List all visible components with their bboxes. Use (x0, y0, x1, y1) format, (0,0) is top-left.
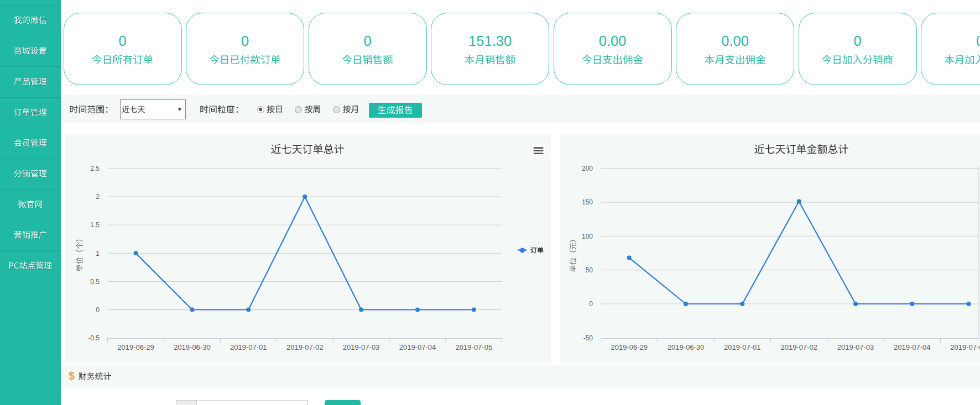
svg-text:0: 0 (96, 306, 100, 314)
svg-text:100: 100 (582, 233, 593, 240)
svg-text:50: 50 (586, 266, 593, 274)
svg-text:2019-07-04: 2019-07-04 (894, 343, 931, 351)
svg-text:2019-07-01: 2019-07-01 (724, 343, 761, 351)
svg-text:2019-07-04: 2019-07-04 (399, 343, 436, 351)
svg-text:1: 1 (96, 250, 100, 257)
svg-text:2019-07-01: 2019-07-01 (230, 343, 267, 351)
svg-text:0: 0 (589, 300, 593, 308)
svg-text:2: 2 (96, 193, 100, 201)
svg-text:-0.5: -0.5 (88, 334, 100, 342)
svg-text:2019-07-02: 2019-07-02 (780, 343, 817, 351)
svg-text:2019-07-03: 2019-07-03 (837, 343, 874, 351)
svg-text:-50: -50 (583, 334, 593, 342)
svg-text:2019-06-30: 2019-06-30 (174, 343, 211, 351)
svg-text:2019-07-03: 2019-07-03 (343, 343, 380, 351)
svg-text:0.5: 0.5 (90, 278, 100, 286)
svg-text:2019-07-05: 2019-07-05 (950, 343, 980, 351)
svg-text:2.5: 2.5 (90, 165, 100, 172)
svg-text:1.5: 1.5 (90, 221, 100, 229)
svg-text:2019-06-29: 2019-06-29 (611, 343, 648, 351)
svg-text:2019-06-29: 2019-06-29 (117, 343, 154, 351)
svg-text:200: 200 (582, 165, 593, 172)
svg-text:2019-07-05: 2019-07-05 (456, 343, 493, 351)
svg-text:2019-06-30: 2019-06-30 (668, 343, 705, 351)
svg-text:150: 150 (582, 198, 593, 206)
svg-text:2019-07-02: 2019-07-02 (286, 343, 324, 351)
